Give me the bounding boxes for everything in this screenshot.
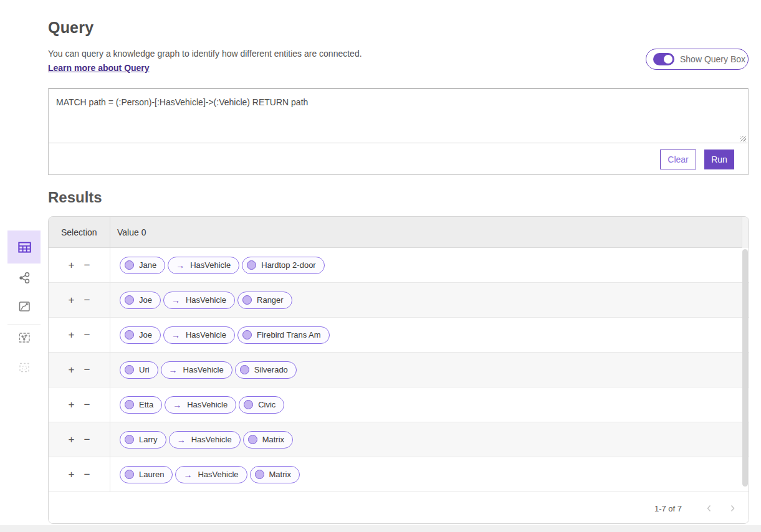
pagination-range: 1-7 of 7: [654, 504, 682, 513]
remove-selection-button[interactable]: −: [84, 330, 90, 340]
node-label: Hardtop 2-door: [261, 260, 315, 270]
add-selection-button[interactable]: +: [69, 260, 75, 270]
column-header-value0: Value 0: [110, 217, 749, 247]
node-chip-target: Silverado: [235, 361, 297, 379]
row-selection-cell: + −: [49, 353, 110, 387]
expand-view-icon: [17, 360, 32, 375]
node-circle-icon: [125, 365, 134, 374]
map-view-icon: [17, 299, 32, 314]
table-rows-host: + − Jane → HasVehicle Hardtop 2-door + −: [49, 248, 749, 492]
table-view-icon: [16, 239, 32, 255]
query-input[interactable]: MATCH path = (:Person)-[:HasVehicle]->(:…: [49, 89, 748, 143]
pagination-prev-button[interactable]: [704, 503, 714, 513]
node-circle-icon: [125, 400, 134, 409]
node-circle-icon: [240, 365, 249, 374]
table-row: + − Uri → HasVehicle Silverado: [49, 353, 749, 387]
resize-grip-icon[interactable]: [740, 136, 746, 141]
edge-chip: → HasVehicle: [163, 292, 235, 309]
edge-label: HasVehicle: [186, 330, 226, 340]
results-title: Results: [48, 189, 102, 206]
table-body: + − Jane → HasVehicle Hardtop 2-door + −: [49, 248, 749, 493]
learn-more-link[interactable]: Learn more about Query: [48, 63, 150, 73]
remove-selection-button[interactable]: −: [84, 399, 90, 410]
node-chip-target: Firebird Trans Am: [237, 326, 330, 344]
results-table: Selection Value 0 + − Jane → HasVehicle …: [48, 216, 749, 524]
edge-chip: → HasVehicle: [161, 361, 232, 379]
node-chip-target: Matrix: [243, 431, 293, 449]
edge-label: HasVehicle: [186, 295, 226, 305]
edge-chip: → HasVehicle: [168, 257, 239, 274]
run-button[interactable]: Run: [704, 150, 734, 169]
node-label: Firebird Trans Am: [257, 330, 321, 340]
toggle-switch-icon[interactable]: [653, 53, 674, 65]
node-chip-target: Ranger: [237, 292, 292, 309]
clear-button[interactable]: Clear: [660, 150, 696, 169]
node-label: Uri: [139, 365, 150, 374]
edge-chip: → HasVehicle: [175, 466, 247, 483]
query-actions: Clear Run: [660, 150, 734, 169]
pagination-next-button[interactable]: [727, 503, 737, 513]
table-row: + − Jane → HasVehicle Hardtop 2-door: [49, 248, 749, 283]
node-circle-icon: [242, 295, 252, 305]
node-circle-icon: [248, 435, 257, 444]
node-chip-target: Matrix: [250, 466, 300, 483]
edge-label: HasVehicle: [198, 470, 238, 479]
table-row: + − Lauren → HasVehicle Matrix: [49, 457, 749, 492]
remove-selection-button[interactable]: −: [84, 295, 90, 305]
row-value-cell: Jane → HasVehicle Hardtop 2-door: [110, 248, 749, 282]
graph-view-button[interactable]: [7, 264, 41, 292]
node-chip-source: Larry: [120, 431, 166, 449]
node-chip-source: Etta: [120, 396, 162, 414]
column-header-selection: Selection: [49, 217, 110, 247]
node-chip-source: Jane: [120, 257, 165, 274]
add-selection-button[interactable]: +: [69, 399, 75, 410]
chevron-right-icon: [727, 503, 737, 513]
node-chip-source: Lauren: [120, 466, 173, 483]
remove-selection-button[interactable]: −: [84, 260, 90, 270]
add-selection-button[interactable]: +: [69, 434, 75, 445]
node-chip-source: Uri: [120, 361, 158, 379]
table-view-button[interactable]: [7, 230, 41, 264]
graph-view-icon: [17, 270, 32, 285]
remove-selection-button[interactable]: −: [84, 364, 90, 375]
map-graph-view-icon: [17, 330, 32, 345]
remove-selection-button[interactable]: −: [84, 434, 90, 445]
expand-view-button[interactable]: [7, 353, 41, 382]
edge-arrow-icon: →: [173, 400, 181, 410]
toggle-knob: [664, 55, 672, 64]
node-circle-icon: [125, 295, 134, 305]
edge-arrow-icon: →: [183, 470, 192, 480]
chevron-left-icon: [704, 503, 714, 513]
edge-chip: → HasVehicle: [169, 431, 241, 449]
node-label: Lauren: [139, 470, 164, 479]
scrollbar-thumb[interactable]: [742, 249, 748, 487]
table-row: + − Joe → HasVehicle Ranger: [49, 283, 749, 318]
map-view-button[interactable]: [7, 292, 41, 321]
edge-chip: → HasVehicle: [165, 396, 236, 414]
node-circle-icon: [125, 435, 134, 444]
edge-chip: → HasVehicle: [163, 326, 235, 344]
add-selection-button[interactable]: +: [69, 469, 75, 480]
edge-label: HasVehicle: [187, 400, 227, 409]
add-selection-button[interactable]: +: [69, 295, 75, 305]
add-selection-button[interactable]: +: [69, 330, 75, 340]
edge-arrow-icon: →: [177, 435, 186, 445]
table-row: + − Larry → HasVehicle Matrix: [49, 422, 749, 457]
page-title: Query: [48, 19, 93, 37]
query-editor-panel: MATCH path = (:Person)-[:HasVehicle]->(:…: [48, 88, 749, 175]
node-circle-icon: [125, 260, 134, 270]
node-circle-icon: [242, 330, 252, 340]
scrollbar-gutter: [742, 217, 749, 248]
map-graph-view-button[interactable]: [7, 323, 41, 352]
table-row: + − Etta → HasVehicle Civic: [49, 387, 749, 422]
edge-label: HasVehicle: [183, 365, 224, 374]
results-view-sidebar: [7, 230, 41, 386]
edge-arrow-icon: →: [171, 330, 180, 340]
show-query-box-toggle[interactable]: Show Query Box: [646, 49, 749, 70]
remove-selection-button[interactable]: −: [84, 469, 90, 480]
bottom-strip: [0, 525, 761, 532]
node-circle-icon: [125, 470, 134, 479]
node-label: Matrix: [262, 435, 284, 444]
add-selection-button[interactable]: +: [69, 364, 75, 375]
node-label: Jane: [139, 260, 156, 270]
